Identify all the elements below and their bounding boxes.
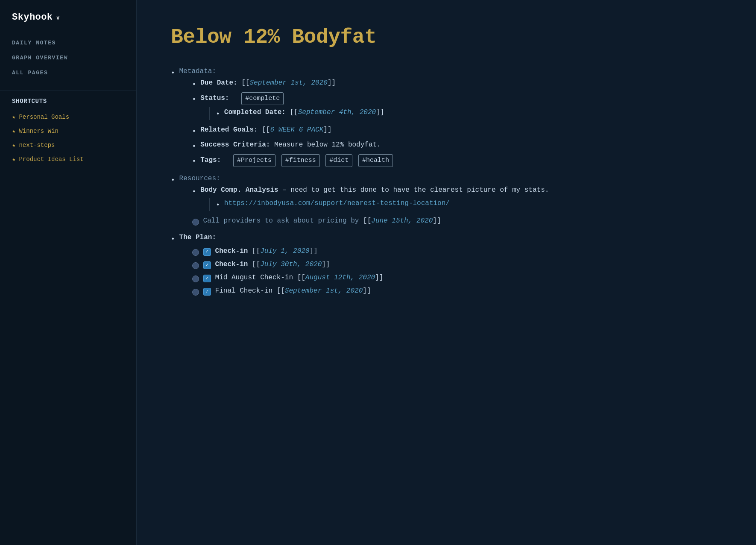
- sidebar-item-daily-notes[interactable]: DAILY NOTES: [12, 35, 124, 50]
- body-comp-label: Body Comp. Analysis: [200, 186, 278, 194]
- checkin-4: ✓ Final Check-in [[September 1st, 2020]]: [192, 285, 722, 297]
- related-goals-bracket-open: [[: [262, 126, 270, 134]
- star-icon: ★: [12, 141, 15, 149]
- shortcut-label: Personal Goals: [19, 114, 69, 120]
- checkin-2-label: Check-in: [215, 261, 248, 268]
- shortcut-label: next-steps: [19, 142, 55, 149]
- plan-label: The Plan:: [179, 234, 216, 241]
- checkin-1: ✓ Check-in [[July 1, 2020]]: [192, 246, 722, 257]
- content-area: • Metadata: • Due Date: [[September 1st,…: [171, 66, 722, 299]
- bullet-icon: •: [171, 234, 175, 245]
- sidebar-item-graph-overview[interactable]: GRAPH OVERVIEW: [12, 50, 124, 65]
- tags-item: • Tags: #Projects #fitness #diet #health: [192, 154, 722, 167]
- checkin-4-bracket-open: [[: [277, 287, 285, 295]
- sidebar: Skyhook ∨ DAILY NOTES GRAPH OVERVIEW ALL…: [0, 0, 137, 545]
- checkin-4-bracket-close: ]]: [363, 287, 371, 295]
- checkin-3-bracket-open: [[: [297, 274, 305, 281]
- star-icon: ★: [12, 113, 15, 120]
- tag-health[interactable]: #health: [358, 154, 393, 167]
- call-providers-text: Call providers to ask about pricing by: [203, 217, 359, 225]
- star-icon: ★: [12, 127, 15, 135]
- completed-bracket-close: ]]: [376, 108, 384, 116]
- checkbox-icon[interactable]: ✓: [203, 261, 211, 269]
- call-providers-item: Call providers to ask about pricing by […: [192, 215, 722, 227]
- plan-section: • The Plan: ✓ Check-in [[July 1, 2: [171, 232, 722, 299]
- todo-circle-icon: [192, 249, 199, 256]
- sidebar-shortcut-winners-win[interactable]: ★ Winners Win: [0, 124, 136, 138]
- success-criteria-label: Success Criteria:: [200, 141, 270, 149]
- status-badge: #complete: [241, 92, 284, 105]
- tags-label: Tags:: [200, 156, 221, 164]
- success-criteria-item: • Success Criteria: Measure below 12% bo…: [192, 139, 722, 152]
- todo-circle-icon: [192, 289, 199, 296]
- tag-fitness[interactable]: #fitness: [281, 154, 320, 167]
- body-comp-link[interactable]: https://inbodyusa.com/support/nearest-te…: [224, 199, 450, 207]
- completed-date-value[interactable]: September 4th, 2020: [298, 108, 376, 116]
- due-date-bracket-open: [[: [241, 79, 249, 87]
- success-criteria-value: Measure below 12% bodyfat.: [274, 141, 381, 149]
- app-name: Skyhook: [12, 12, 53, 23]
- bullet-icon: •: [216, 108, 220, 120]
- bullet-icon: •: [192, 79, 196, 91]
- metadata-section: • Metadata: • Due Date: [[September 1st,…: [171, 66, 722, 170]
- related-goals-bracket-close: ]]: [323, 126, 331, 134]
- shortcut-label: Product Ideas List: [19, 156, 83, 163]
- checkin-2-bracket-close: ]]: [322, 261, 330, 268]
- star-icon: ★: [12, 155, 15, 163]
- checkbox-icon[interactable]: ✓: [203, 248, 211, 256]
- url-item: • https://inbodyusa.com/support/nearest-…: [216, 198, 722, 211]
- checkin-3-label: Mid August Check-in: [215, 274, 293, 281]
- due-date-bracket-close: ]]: [328, 79, 336, 87]
- due-date-value[interactable]: September 1st, 2020: [249, 79, 327, 87]
- sidebar-shortcut-personal-goals[interactable]: ★ Personal Goals: [0, 110, 136, 124]
- resources-label: Resources:: [179, 175, 220, 182]
- todo-circle-icon: [192, 262, 199, 269]
- tag-diet[interactable]: #diet: [325, 154, 352, 167]
- tag-projects[interactable]: #Projects: [233, 154, 275, 167]
- completed-date-label: Completed Date:: [224, 108, 286, 116]
- checkin-1-bracket-open: [[: [252, 247, 260, 255]
- bullet-icon: •: [192, 156, 196, 167]
- status-label: Status:: [200, 94, 229, 102]
- checkin-1-label: Check-in: [215, 247, 248, 255]
- bullet-icon: •: [192, 126, 196, 138]
- checkin-3: ✓ Mid August Check-in [[August 12th, 202…: [192, 272, 722, 284]
- status-item: • Status: #complete •: [192, 92, 722, 123]
- call-bracket-close: ]]: [433, 217, 441, 225]
- call-bracket-open: [[: [363, 217, 371, 225]
- checkin-3-date[interactable]: August 12th, 2020: [305, 274, 375, 281]
- main-content: Below 12% Bodyfat • Metadata: • Due Date…: [137, 0, 756, 545]
- bullet-icon: •: [216, 199, 220, 211]
- shortcuts-label: SHORTCUTS: [0, 98, 136, 110]
- checkbox-icon[interactable]: ✓: [203, 288, 211, 296]
- checkbox-icon[interactable]: ✓: [203, 275, 211, 282]
- checkin-3-bracket-close: ]]: [375, 274, 383, 281]
- page-title: Below 12% Bodyfat: [171, 26, 722, 49]
- checkin-4-date[interactable]: September 1st, 2020: [285, 287, 363, 295]
- bullet-icon: •: [192, 94, 196, 105]
- metadata-label: Metadata:: [179, 67, 216, 75]
- body-comp-text: – need to get this done to have the clea…: [282, 186, 549, 194]
- checkin-4-label: Final Check-in: [215, 287, 273, 295]
- completed-date-item: • Completed Date: [[September 4th, 2020]…: [216, 107, 722, 120]
- todo-circle-icon: [192, 275, 199, 282]
- related-goals-item: • Related Goals: [[6 WEEK 6 PACK]]: [192, 124, 722, 138]
- checkin-1-date[interactable]: July 1, 2020: [260, 247, 309, 255]
- chevron-down-icon: ∨: [56, 14, 60, 21]
- resources-section: • Resources: • Body Comp. Analysis – nee…: [171, 173, 722, 229]
- sidebar-shortcut-product-ideas-list[interactable]: ★ Product Ideas List: [0, 152, 136, 166]
- checkin-2: ✓ Check-in [[July 30th, 2020]]: [192, 259, 722, 270]
- checkin-2-bracket-open: [[: [252, 261, 260, 268]
- bullet-icon: •: [192, 141, 196, 152]
- bullet-icon: •: [171, 67, 175, 79]
- due-date-label: Due Date:: [200, 79, 237, 87]
- call-providers-date[interactable]: June 15th, 2020: [371, 217, 433, 225]
- shortcut-label: Winners Win: [19, 128, 58, 135]
- bullet-icon: •: [192, 186, 196, 198]
- sidebar-nav: DAILY NOTES GRAPH OVERVIEW ALL PAGES: [0, 35, 136, 80]
- sidebar-header[interactable]: Skyhook ∨: [0, 12, 136, 35]
- checkin-2-date[interactable]: July 30th, 2020: [260, 261, 322, 268]
- related-goals-value[interactable]: 6 WEEK 6 PACK: [270, 126, 323, 134]
- sidebar-item-all-pages[interactable]: ALL PAGES: [12, 65, 124, 80]
- sidebar-shortcut-next-steps[interactable]: ★ next-steps: [0, 138, 136, 152]
